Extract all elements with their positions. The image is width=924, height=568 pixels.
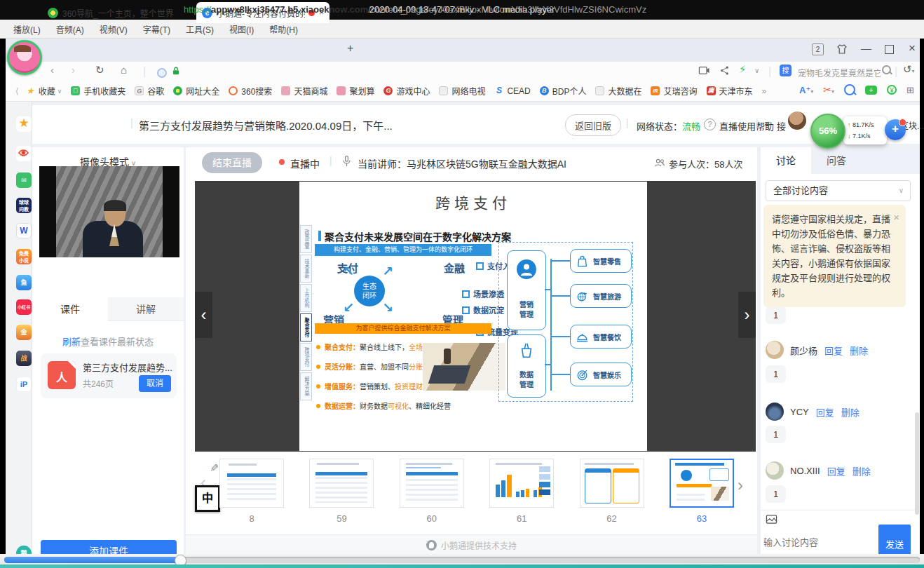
game-battle-icon[interactable]: 战 — [16, 351, 32, 366]
thumbnail-current-page[interactable]: 63 — [669, 459, 735, 524]
menu-tools[interactable]: 工具(S) — [178, 23, 222, 35]
collapse-sidebar-icon[interactable]: ⟨ — [15, 86, 19, 96]
send-button[interactable]: 发送 — [878, 525, 911, 555]
delete-link[interactable]: 删除 — [841, 405, 860, 419]
back-icon[interactable]: ‹ — [50, 64, 54, 76]
hot-search-text[interactable]: 宠物毛发克星竟然是它 — [798, 67, 881, 79]
undo-history-icon[interactable]: ↺▾ — [903, 63, 915, 76]
font-size-icon[interactable]: A⁺▾ — [799, 85, 813, 95]
ip-app-icon[interactable]: iP — [16, 377, 32, 392]
bookmark-favorites[interactable]: ★收藏∨ — [26, 85, 62, 97]
bookmark-tianjin[interactable]: 唐天津市东 — [707, 85, 753, 97]
tab-explain[interactable]: 讲解 — [108, 297, 184, 321]
bookmark-bigdata[interactable]: 大数据在 — [595, 85, 641, 97]
weibo-icon[interactable]: 👁 — [16, 146, 32, 161]
novel-app-icon[interactable]: 免费小说 — [16, 249, 32, 264]
thumbs-next-icon[interactable]: › — [738, 475, 743, 495]
reader-mode-icon[interactable] — [157, 68, 167, 78]
hamburger-icon[interactable]: ≡ — [764, 119, 770, 130]
bookmark-web-tv[interactable]: 网络电视 — [439, 85, 485, 97]
home-icon[interactable]: ⌂ — [121, 64, 127, 76]
delete-link[interactable]: 删除 — [852, 464, 871, 478]
new-tab-button[interactable]: + — [347, 42, 353, 55]
thumbnail-page[interactable]: 61 — [489, 459, 555, 524]
discussion-input[interactable] — [762, 527, 876, 557]
qa-app-icon[interactable]: 球球问教 — [16, 198, 32, 213]
find-icon[interactable] — [844, 84, 855, 95]
cancel-button[interactable]: 取消 — [139, 375, 171, 392]
courseware-file-card[interactable]: 第三方支付发展趋势... 共246页 取消 — [41, 353, 177, 398]
reply-link[interactable]: 回复 — [824, 344, 843, 357]
menu-playback[interactable]: 播放(L) — [6, 23, 48, 35]
assistant-bubble-icon[interactable]: + — [885, 119, 906, 140]
game-fish-icon[interactable]: 鱼 — [16, 275, 32, 290]
accelerator-lightning-icon[interactable]: ⚡ — [739, 63, 747, 76]
tab-discussion[interactable]: 讨论 — [761, 147, 811, 174]
gamepad-icon[interactable]: + — [865, 86, 877, 95]
next-slide-button[interactable]: › — [738, 292, 756, 338]
panel-scrollbar[interactable] — [915, 412, 919, 515]
menu-help[interactable]: 帮助(H) — [261, 23, 306, 35]
bookmarks-more-icon[interactable]: » — [762, 86, 767, 96]
scissors-capture-icon[interactable]: ✂▾ — [823, 84, 834, 95]
ime-indicator[interactable]: 中 — [195, 485, 220, 512]
discussion-filter-select[interactable]: 全部讨论内容 ∨ — [766, 180, 911, 201]
speed-ball[interactable]: 56% — [810, 114, 845, 149]
thumbnail-page[interactable]: 8 — [219, 459, 285, 524]
share-icon[interactable] — [719, 65, 730, 76]
search-engine-icon[interactable]: 搜 — [780, 65, 791, 76]
apps-grid-icon[interactable]: ⊞ — [906, 85, 914, 95]
reply-link[interactable]: 回复 — [827, 464, 845, 478]
favorites-star-icon[interactable]: ★ — [16, 116, 32, 132]
bookmark-bdp[interactable]: BBDP个人 — [540, 85, 587, 97]
search-icon[interactable] — [882, 65, 891, 74]
maximize-button[interactable] — [885, 45, 894, 54]
image-upload-icon[interactable] — [766, 514, 777, 525]
bookmark-site-nav[interactable]: 网址大全 — [173, 85, 219, 97]
bookmark-360-search[interactable]: 360搜索 — [229, 85, 272, 97]
bookmark-juhuasuan[interactable]: 聚划算 — [337, 85, 374, 97]
refresh-link[interactable]: 刷新 — [62, 337, 81, 347]
ssl-lock-icon[interactable] — [171, 66, 181, 76]
back-to-old-button[interactable]: 返回旧版 — [565, 114, 621, 136]
minimize-button[interactable]: — — [861, 42, 871, 55]
thumbnail-page[interactable]: 62 — [579, 459, 645, 524]
word-doc-icon[interactable]: W — [16, 223, 32, 238]
thumbnail-page[interactable]: 60 — [399, 459, 465, 524]
theme-shirt-icon[interactable] — [836, 43, 848, 55]
notice-close-icon[interactable]: × — [893, 210, 899, 224]
menu-video[interactable]: 视频(V) — [92, 23, 135, 35]
prev-slide-button[interactable]: ‹ — [195, 292, 212, 338]
window-count-badge[interactable]: 2 — [812, 43, 824, 55]
bookmark-tmall[interactable]: 天猫商城 — [281, 85, 327, 97]
menu-subtitle[interactable]: 字幕(T) — [135, 23, 178, 35]
tab-360-nav[interactable]: 360导航_一个主页，整个世界 — [42, 2, 193, 23]
chevron-down-icon[interactable]: ∨ — [754, 67, 759, 74]
game-gold-icon[interactable]: 金 — [16, 325, 32, 340]
xiaohongshu-icon[interactable]: 小红书 — [16, 299, 32, 315]
reply-link[interactable]: 回复 — [816, 405, 834, 419]
header-menu-tail[interactable]: 接 — [777, 119, 786, 133]
forward-icon[interactable]: › — [72, 64, 75, 76]
wallet-icon[interactable]: ¥ — [887, 85, 897, 95]
mail-icon[interactable]: ✉ — [16, 173, 32, 188]
tab-courseware[interactable]: 课件 — [32, 297, 108, 321]
bookmark-iresearch[interactable]: IR艾瑞咨询 — [651, 85, 697, 97]
video-capture-icon[interactable] — [698, 65, 710, 76]
bookmark-game-center[interactable]: G游戏中心 — [383, 85, 430, 97]
menu-audio[interactable]: 音频(A) — [48, 23, 92, 35]
help-question-icon[interactable]: ? — [704, 119, 716, 130]
bookmark-cead[interactable]: SCEAD — [494, 86, 530, 96]
bookmark-google[interactable]: G谷歌 — [135, 85, 164, 97]
browser-profile-avatar[interactable] — [7, 40, 42, 75]
tab-qa[interactable]: 问答 — [811, 147, 862, 174]
window-close-button[interactable]: × — [909, 42, 916, 55]
menu-view[interactable]: 视图(I) — [222, 23, 261, 35]
delete-link[interactable]: 删除 — [850, 344, 868, 357]
reload-icon[interactable]: ↻ — [95, 64, 104, 76]
thumbnail-page[interactable]: 59 — [308, 459, 374, 524]
end-live-button[interactable]: 结束直播 — [202, 152, 262, 173]
url-text[interactable]: https://appwx8lkxj35477.h5.xiaoeknow.com… — [184, 4, 646, 15]
bookmark-phone-favs[interactable]: □手机收藏夹 — [71, 85, 125, 97]
user-avatar[interactable] — [788, 111, 806, 130]
